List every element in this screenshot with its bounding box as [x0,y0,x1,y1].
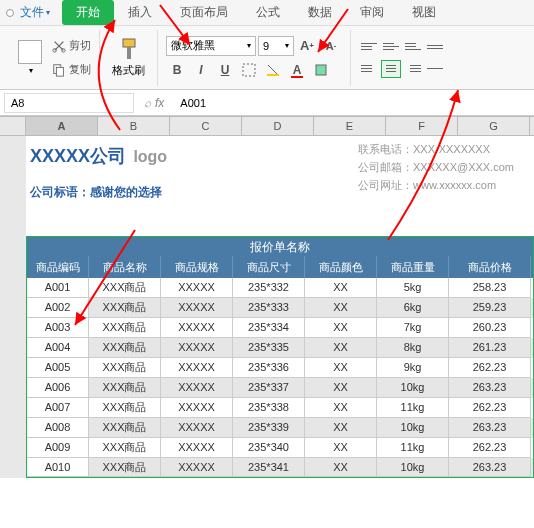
table-row[interactable]: A009XXX商品XXXXX235*340XX11kg262.23 [26,438,534,458]
cut-button[interactable]: 剪切 [52,36,91,56]
table-cell[interactable]: A006 [27,378,89,398]
italic-button[interactable]: I [190,60,212,80]
table-cell[interactable]: 235*340 [233,438,305,458]
table-row[interactable]: A001XXX商品XXXXX235*332XX5kg258.23 [26,278,534,298]
table-cell[interactable]: A010 [27,458,89,477]
font-color-button[interactable]: A [286,60,308,80]
copy-button[interactable]: 复制 [52,60,91,80]
table-cell[interactable]: 235*338 [233,398,305,418]
table-row[interactable]: A002XXX商品XXXXX235*333XX6kg259.23 [26,298,534,318]
table-cell[interactable]: 235*339 [233,418,305,438]
table-cell[interactable]: A008 [27,418,89,438]
tab-3[interactable]: 公式 [242,0,294,25]
table-cell[interactable]: XXXXX [161,418,233,438]
table-cell[interactable]: 235*333 [233,298,305,318]
table-cell[interactable]: 11kg [377,438,449,458]
table-cell[interactable]: 235*337 [233,378,305,398]
increase-font-button[interactable]: A+ [296,36,318,56]
table-cell[interactable]: XXX商品 [89,358,161,378]
search-icon[interactable]: ⌕ [144,96,151,110]
table-cell[interactable]: 235*334 [233,318,305,338]
tab-5[interactable]: 审阅 [346,0,398,25]
table-cell[interactable]: XX [305,338,377,358]
table-cell[interactable]: XXX商品 [89,318,161,338]
table-cell[interactable]: XXXXX [161,378,233,398]
table-cell[interactable]: A009 [27,438,89,458]
table-cell[interactable]: A001 [27,278,89,298]
table-cell[interactable]: XX [305,318,377,338]
column-header-E[interactable]: E [314,117,386,135]
align-right-button[interactable] [403,60,423,78]
table-cell[interactable]: 7kg [377,318,449,338]
formula-input[interactable]: A001 [174,97,534,109]
table-cell[interactable]: A003 [27,318,89,338]
table-cell[interactable]: 235*332 [233,278,305,298]
table-cell[interactable]: 10kg [377,418,449,438]
table-cell[interactable]: 261.23 [449,338,531,358]
table-cell[interactable]: XX [305,398,377,418]
align-middle-button[interactable] [381,38,401,56]
table-cell[interactable]: A007 [27,398,89,418]
fill-color-button[interactable] [262,60,284,80]
column-header-F[interactable]: F [386,117,458,135]
table-cell[interactable]: 9kg [377,358,449,378]
paste-button[interactable]: ▾ [14,34,46,82]
table-cell[interactable]: 235*341 [233,458,305,477]
table-cell[interactable]: XXXXX [161,358,233,378]
table-cell[interactable]: XX [305,298,377,318]
table-row[interactable]: A010XXX商品XXXXX235*341XX10kg263.23 [26,458,534,478]
decrease-font-button[interactable]: A- [320,36,342,56]
column-header-C[interactable]: C [170,117,242,135]
tab-1[interactable]: 插入 [114,0,166,25]
table-cell[interactable]: XXXXX [161,338,233,358]
table-cell[interactable]: 235*335 [233,338,305,358]
table-cell[interactable]: XXX商品 [89,298,161,318]
border-button[interactable] [238,60,260,80]
column-header-B[interactable]: B [98,117,170,135]
table-row[interactable]: A008XXX商品XXXXX235*339XX10kg263.23 [26,418,534,438]
fx-label[interactable]: fx [155,96,164,110]
align-left-button[interactable] [359,60,379,78]
table-cell[interactable]: 262.23 [449,358,531,378]
table-row[interactable]: A006XXX商品XXXXX235*337XX10kg263.23 [26,378,534,398]
table-row[interactable]: A007XXX商品XXXXX235*338XX11kg262.23 [26,398,534,418]
table-cell[interactable]: 263.23 [449,378,531,398]
table-cell[interactable]: XX [305,458,377,477]
table-cell[interactable]: XXXXX [161,318,233,338]
table-cell[interactable]: XXXXX [161,438,233,458]
table-cell[interactable]: XX [305,358,377,378]
column-header-G[interactable]: G [458,117,530,135]
table-cell[interactable]: XX [305,418,377,438]
table-cell[interactable]: 235*336 [233,358,305,378]
tab-2[interactable]: 页面布局 [166,0,242,25]
table-cell[interactable]: 5kg [377,278,449,298]
table-cell[interactable]: XXX商品 [89,418,161,438]
table-cell[interactable]: A004 [27,338,89,358]
table-cell[interactable]: 10kg [377,378,449,398]
table-row[interactable]: A004XXX商品XXXXX235*335XX8kg261.23 [26,338,534,358]
table-cell[interactable]: XXXXX [161,298,233,318]
table-cell[interactable]: 263.23 [449,418,531,438]
table-cell[interactable]: XXX商品 [89,438,161,458]
highlight-button[interactable] [310,60,332,80]
wrap-text-button[interactable] [425,38,445,56]
tab-6[interactable]: 视图 [398,0,450,25]
format-painter-button[interactable]: 格式刷 [108,34,149,82]
table-cell[interactable]: 8kg [377,338,449,358]
table-cell[interactable]: XXXXX [161,458,233,477]
table-cell[interactable]: A005 [27,358,89,378]
name-box[interactable]: A8 [4,93,134,113]
table-cell[interactable]: 262.23 [449,398,531,418]
table-cell[interactable]: 262.23 [449,438,531,458]
table-cell[interactable]: 263.23 [449,458,531,477]
table-cell[interactable]: XX [305,378,377,398]
tab-0[interactable]: 开始 [62,0,114,25]
table-cell[interactable]: 260.23 [449,318,531,338]
merge-button[interactable] [425,60,445,78]
select-all-corner[interactable] [0,117,26,135]
table-cell[interactable]: 11kg [377,398,449,418]
bold-button[interactable]: B [166,60,188,80]
column-header-A[interactable]: A [26,117,98,135]
table-cell[interactable]: 10kg [377,458,449,477]
column-header-D[interactable]: D [242,117,314,135]
